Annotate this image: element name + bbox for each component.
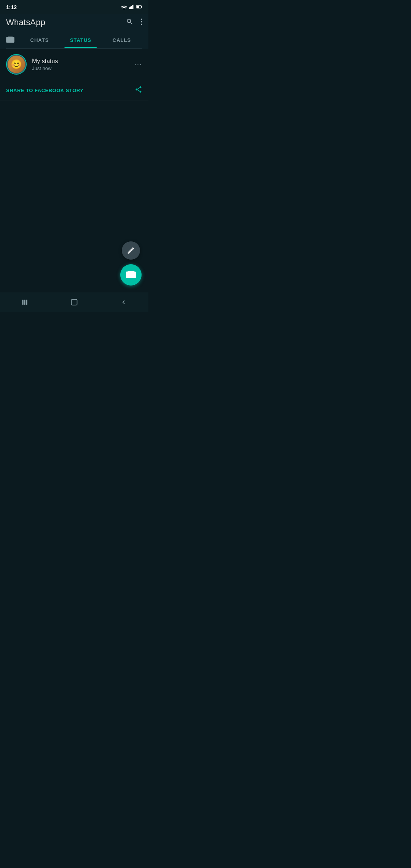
main-content: 😊 My status Just now ··· SHARE TO FACEBO… bbox=[0, 49, 148, 101]
app-title: WhatsApp bbox=[6, 18, 45, 27]
home-button[interactable] bbox=[67, 295, 82, 310]
search-icon[interactable] bbox=[126, 18, 134, 27]
app-header: WhatsApp CHATS bbox=[0, 14, 148, 49]
svg-rect-3 bbox=[132, 5, 133, 9]
svg-rect-7 bbox=[142, 6, 142, 8]
menu-icon[interactable] bbox=[140, 18, 142, 27]
svg-rect-2 bbox=[131, 6, 132, 9]
svg-rect-12 bbox=[24, 300, 25, 305]
share-facebook-row[interactable]: SHARE TO FACEBOOK STORY bbox=[0, 80, 148, 101]
svg-rect-13 bbox=[26, 300, 27, 305]
status-bar: 1:12 bbox=[0, 0, 148, 14]
svg-point-10 bbox=[141, 24, 142, 25]
status-name: My status bbox=[32, 58, 134, 65]
battery-icon bbox=[136, 5, 142, 10]
share-facebook-label: SHARE TO FACEBOOK STORY bbox=[6, 88, 83, 93]
bottom-nav bbox=[0, 292, 148, 312]
tab-calls[interactable]: CALLS bbox=[101, 33, 142, 48]
avatar-image: 😊 bbox=[6, 54, 27, 75]
svg-rect-0 bbox=[129, 7, 130, 9]
header-actions bbox=[126, 18, 142, 27]
status-info: My status Just now bbox=[32, 58, 134, 71]
wifi-icon bbox=[121, 5, 127, 10]
avatar-face: 😊 bbox=[8, 56, 25, 73]
svg-rect-14 bbox=[72, 300, 77, 305]
share-icon[interactable] bbox=[135, 86, 142, 95]
svg-point-8 bbox=[141, 18, 142, 19]
back-button[interactable] bbox=[116, 295, 131, 310]
svg-rect-11 bbox=[22, 300, 23, 305]
signal-icon bbox=[129, 5, 134, 10]
status-time: 1:12 bbox=[6, 4, 17, 10]
tabs: CHATS STATUS CALLS bbox=[6, 32, 142, 49]
status-more-button[interactable]: ··· bbox=[134, 61, 142, 69]
fab-area bbox=[120, 241, 142, 286]
tab-status[interactable]: STATUS bbox=[60, 33, 101, 48]
camera-fab-button[interactable] bbox=[120, 264, 142, 286]
avatar: 😊 bbox=[6, 54, 27, 75]
svg-rect-6 bbox=[137, 6, 139, 8]
svg-rect-4 bbox=[133, 5, 134, 9]
tab-chats[interactable]: CHATS bbox=[19, 33, 60, 48]
recent-apps-button[interactable] bbox=[17, 295, 32, 310]
my-status-row[interactable]: 😊 My status Just now ··· bbox=[0, 49, 148, 80]
svg-point-9 bbox=[141, 21, 142, 22]
status-icons bbox=[121, 5, 142, 10]
camera-tab-icon[interactable] bbox=[6, 32, 19, 48]
svg-rect-1 bbox=[130, 6, 131, 9]
status-timestamp: Just now bbox=[32, 65, 134, 71]
pencil-fab-button[interactable] bbox=[122, 241, 140, 260]
